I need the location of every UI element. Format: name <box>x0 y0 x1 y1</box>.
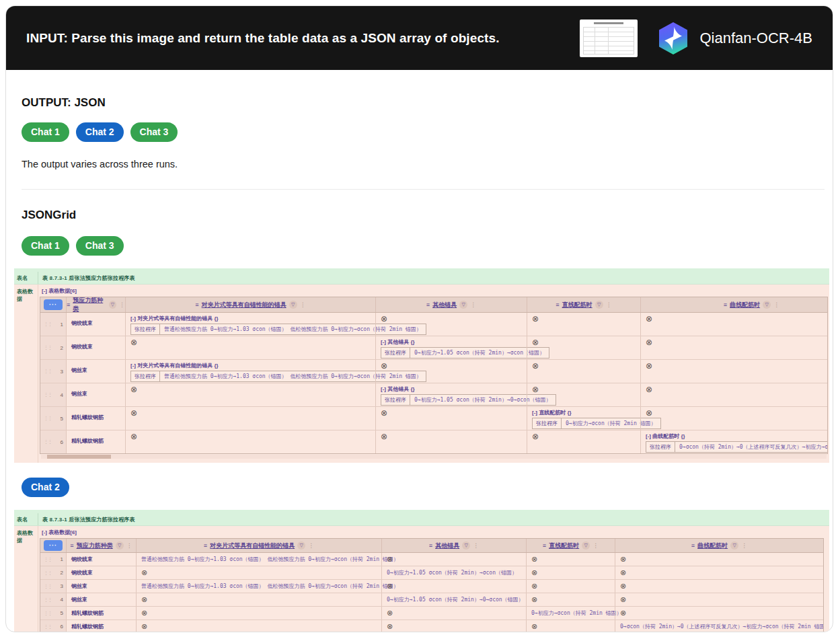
filter-icon[interactable]: ▽ <box>297 541 305 550</box>
column-menu-icon[interactable]: ⋮ <box>741 542 747 549</box>
value-cell[interactable]: ⊗ <box>381 620 526 632</box>
drag-handle-icon[interactable]: ⋮⋮ <box>44 611 52 616</box>
row-handle[interactable]: ⋮⋮6 <box>40 620 66 632</box>
column-header-label[interactable]: 预应力筋种类 <box>77 541 113 550</box>
value-cell[interactable]: ⊗ <box>615 593 823 606</box>
object-expander[interactable]: [-] 直线配筋时 {} <box>532 409 636 417</box>
value-cell[interactable]: ⊗ <box>125 336 375 359</box>
value-cell[interactable]: ⊗ <box>615 580 823 593</box>
value-cell[interactable]: ⊗ <box>640 360 828 383</box>
value-cell[interactable]: ⊗ <box>136 620 381 632</box>
row-handle[interactable]: ⋮⋮4 <box>40 593 66 606</box>
drag-handle-icon[interactable]: ⋮⋮ <box>44 597 52 603</box>
drag-handle-icon[interactable]: ⋮⋮ <box>44 322 52 327</box>
grid-menu-button[interactable]: ··· <box>44 299 63 310</box>
object-expander[interactable]: [-] 曲线配筋时 {} <box>646 433 828 441</box>
value-cell[interactable]: ⊗ <box>136 593 381 606</box>
object-expander[interactable]: [-] 其他锚具 {} <box>381 385 522 393</box>
species-cell[interactable]: 钢丝束 <box>66 580 136 593</box>
value-cell[interactable]: [-] 其他锚具 {}张拉程序0→初应力→1.05 σcon（持荷 2min）→… <box>375 383 527 406</box>
column-header[interactable]: ≡直线配筋时▽⋮ <box>526 539 615 552</box>
chat-badge[interactable]: Chat 3 <box>76 236 124 256</box>
column-header[interactable]: ≡其他锚具▽⋮ <box>375 297 527 312</box>
species-cell[interactable]: 精轧螺纹钢筋 <box>66 620 136 632</box>
column-menu-icon[interactable]: ⋮ <box>300 301 306 308</box>
value-cell[interactable]: 0→σcon（持荷 2min）→0（上述程序可反复几次）→初应力→σcon（持荷… <box>615 620 823 632</box>
value-cell[interactable]: [-] 直线配筋时 {}张拉程序0→初应力→σcon（持荷 2min 锚固） <box>527 407 640 430</box>
drag-handle-icon[interactable]: ⋮⋮ <box>44 392 52 398</box>
species-cell[interactable]: 钢丝束 <box>66 593 136 606</box>
value-cell[interactable]: ⊗ <box>640 407 828 430</box>
value-cell[interactable]: 普通松弛预应力筋 0→初应力→1.03 σcon（锚固） 低松弛预应力筋 0→初… <box>136 553 381 566</box>
drag-handle-icon[interactable]: ⋮⋮ <box>44 624 52 630</box>
column-header[interactable]: ≡直线配筋时▽⋮ <box>527 297 640 312</box>
value-cell[interactable]: ⊗ <box>375 407 527 430</box>
column-header-label[interactable]: 曲线配筋时 <box>730 301 760 309</box>
value-cell[interactable]: 0→初应力→1.05 σcon（持荷 2min）→0→σcon（锚固） <box>381 593 526 606</box>
species-cell[interactable]: 精轧螺纹钢筋 <box>66 407 125 430</box>
value-cell[interactable]: ⊗ <box>125 407 375 430</box>
column-header-label[interactable]: 直线配筋时 <box>549 541 579 550</box>
object-expander[interactable]: [-] 对夹片式等具有自锚性能的锚具 {} <box>130 362 371 370</box>
value-cell[interactable]: ⊗ <box>527 383 640 406</box>
object-expander[interactable]: [-] 对夹片式等具有自锚性能的锚具 {} <box>130 315 371 323</box>
value-cell[interactable]: ⊗ <box>640 313 828 336</box>
species-cell[interactable]: 钢丝束 <box>66 383 125 406</box>
table-name-value[interactable]: 表 8.7.3-1 后张法预应力筋张拉程序表 <box>38 274 135 282</box>
value-cell[interactable]: ⊗ <box>526 566 615 579</box>
column-header[interactable]: ≡预应力筋种类▽⋮ <box>66 539 136 552</box>
chat-badge[interactable]: Chat 1 <box>22 236 69 256</box>
species-cell[interactable]: 钢绞线束 <box>66 313 125 336</box>
column-menu-icon[interactable]: ⋮ <box>473 542 479 549</box>
nested-key[interactable]: 张拉程序 <box>646 442 675 452</box>
column-header-label[interactable]: 直线配筋时 <box>562 301 593 309</box>
species-cell[interactable]: 精轧螺纹钢筋 <box>66 430 125 453</box>
row-handle[interactable]: ⋮⋮6 <box>40 430 66 453</box>
value-cell[interactable]: ⊗ <box>527 313 640 336</box>
value-cell[interactable]: ⊗ <box>375 430 527 453</box>
chat-badge[interactable]: Chat 2 <box>22 478 69 497</box>
column-menu-icon[interactable]: ⋮ <box>593 542 599 549</box>
drag-handle-icon[interactable]: ⋮⋮ <box>44 557 52 562</box>
row-handle[interactable]: ⋮⋮3 <box>40 360 66 383</box>
value-cell[interactable]: ⊗ <box>125 383 375 406</box>
row-handle[interactable]: ⋮⋮2 <box>40 566 66 579</box>
filter-icon[interactable]: ▽ <box>730 541 738 550</box>
column-header-label[interactable]: 曲线配筋时 <box>697 541 728 550</box>
value-cell[interactable]: ⊗ <box>640 383 828 406</box>
filter-icon[interactable]: ▽ <box>763 301 771 309</box>
object-expander[interactable]: [-] 其他锚具 {} <box>381 338 522 346</box>
drag-handle-icon[interactable]: ⋮⋮ <box>44 345 52 350</box>
nested-key[interactable]: 张拉程序 <box>131 324 160 334</box>
filter-icon[interactable]: ▽ <box>462 541 470 550</box>
value-cell[interactable]: [-] 其他锚具 {}张拉程序0→初应力→1.05 σcon（持荷 2min）→… <box>375 336 527 359</box>
value-cell[interactable]: ⊗ <box>615 607 823 619</box>
value-cell[interactable]: ⊗ <box>526 620 615 632</box>
filter-icon[interactable]: ▽ <box>459 301 467 309</box>
value-cell[interactable]: [-] 对夹片式等具有自锚性能的锚具 {}张拉程序普通松弛预应力筋 0→初应力→… <box>125 313 375 336</box>
value-cell[interactable]: ⊗ <box>526 580 615 593</box>
chat-badge[interactable]: Chat 2 <box>76 122 124 142</box>
column-menu-icon[interactable]: ⋮ <box>470 301 476 308</box>
value-cell[interactable]: ⊗ <box>136 607 381 619</box>
cell-value[interactable]: 0→初应力→1.05 σcon（持荷 2min）→σcon（锚固） <box>387 569 517 576</box>
species-cell[interactable]: 精轧螺纹钢筋 <box>66 607 136 619</box>
value-cell[interactable]: ⊗ <box>375 360 527 383</box>
cell-value[interactable]: 0→初应力→σcon（持荷 2min 锚固） <box>531 609 622 617</box>
column-header[interactable]: ≡曲线配筋时▽⋮ <box>640 297 828 312</box>
value-cell[interactable]: 0→初应力→σcon（持荷 2min 锚固） <box>526 607 615 619</box>
filter-icon[interactable]: ▽ <box>595 301 603 309</box>
cell-value[interactable]: 普通松弛预应力筋 0→初应力→1.03 σcon（锚固） 低松弛预应力筋 0→初… <box>141 582 399 590</box>
value-cell[interactable]: ⊗ <box>527 360 640 383</box>
chat-badge[interactable]: Chat 3 <box>130 122 178 142</box>
column-menu-icon[interactable]: ⋮ <box>606 301 612 308</box>
species-cell[interactable]: 钢绞线束 <box>66 553 136 566</box>
row-handle[interactable]: ⋮⋮4 <box>40 383 66 406</box>
row-handle[interactable]: ⋮⋮5 <box>40 407 66 430</box>
horizontal-scrollbar[interactable] <box>41 455 827 459</box>
nested-value[interactable]: 0→σcon（持荷 2min）→0（上述程序可反复几次）→初应力→σcon（持荷… <box>675 442 828 452</box>
chat-badge[interactable]: Chat 1 <box>22 122 69 142</box>
species-cell[interactable]: 钢丝束 <box>66 360 125 383</box>
column-menu-icon[interactable]: ⋮ <box>773 301 779 308</box>
column-menu-icon[interactable]: ⋮ <box>119 301 125 308</box>
